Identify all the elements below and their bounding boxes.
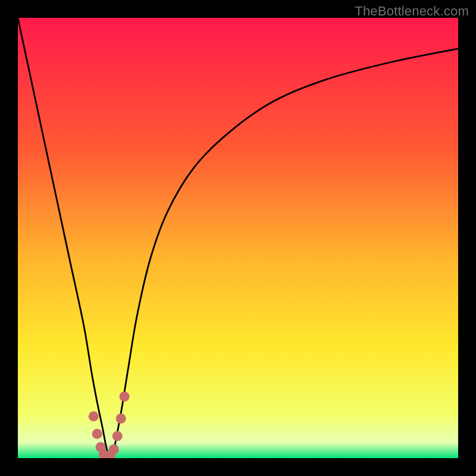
chart-svg (18, 18, 458, 458)
highlight-dot (120, 392, 130, 402)
highlight-dot (89, 411, 99, 421)
watermark-text: TheBottleneck.com (355, 4, 469, 19)
highlight-dot (112, 431, 123, 441)
highlight-dot (109, 444, 119, 455)
plot-area (18, 18, 458, 458)
gradient-background (18, 18, 458, 458)
outer-frame: TheBottleneck.com (0, 0, 476, 476)
highlight-dot (92, 429, 102, 439)
highlight-dot (116, 414, 126, 424)
